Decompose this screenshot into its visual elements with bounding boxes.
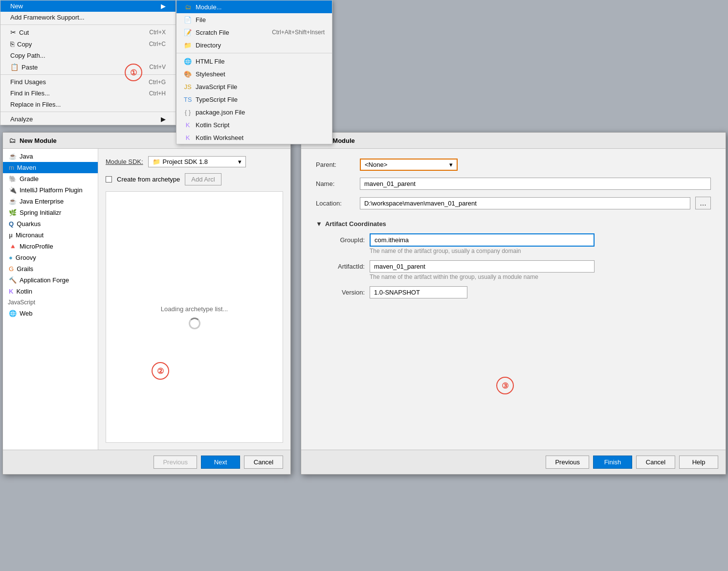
list-item-enterprise[interactable]: ☕ Java Enterprise [3, 196, 98, 207]
submenu-stylesheet[interactable]: 🎨 Stylesheet [176, 68, 332, 80]
location-input[interactable] [360, 197, 690, 209]
list-item-quarkus[interactable]: Q Quarkus [3, 218, 98, 229]
list-item-microprofile-label: MicroProfile [20, 243, 53, 250]
list-item-java-label: Java [20, 153, 33, 160]
module-type-list: ☕ Java m Maven 🐘 Gradle 🔌 IntelliJ Platf… [3, 149, 98, 450]
cut-shortcut: Ctrl+X [149, 29, 166, 36]
list-item-kotlin-label: Kotlin [16, 288, 32, 295]
quarkus-icon: Q [9, 220, 14, 228]
dialog-left-main: Module SDK: 📁 Project SDK 1.8 ▾ Create f… [98, 149, 290, 450]
artifact-collapse-icon: ▼ [316, 220, 322, 228]
enterprise-icon: ☕ [9, 198, 17, 205]
submenu-html[interactable]: 🌐 HTML File [176, 55, 332, 68]
list-item-web-label: Web [20, 310, 33, 317]
archetype-row: Create from archetype Add Arcl [106, 173, 283, 185]
location-browse-button[interactable]: … [695, 197, 711, 209]
html-icon: 🌐 [184, 57, 192, 65]
sdk-row: Module SDK: 📁 Project SDK 1.8 ▾ [106, 156, 283, 167]
dialog-right-footer: Previous Finish Cancel Help [301, 450, 726, 474]
location-row: Location: … [316, 197, 711, 209]
list-item-gradle-label: Gradle [20, 175, 39, 183]
submenu-scratch[interactable]: 📝 Scratch File Ctrl+Alt+Shift+Insert [176, 26, 332, 39]
submenu-html-label: HTML File [196, 58, 224, 65]
menu-item-paste[interactable]: 📋 Paste Ctrl+V [0, 61, 176, 73]
list-item-groovy[interactable]: ● Groovy [3, 252, 98, 263]
sdk-dropdown[interactable]: 📁 Project SDK 1.8 ▾ [148, 156, 246, 167]
submenu-directory[interactable]: 📁 Directory [176, 39, 332, 51]
context-menu-main: New ▶ Add Framework Support... ✂ Cut Ctr… [0, 0, 176, 125]
left-next-button[interactable]: Next [201, 456, 240, 469]
menu-item-findusages-label: Find Usages [10, 78, 46, 86]
submenu-module[interactable]: 🗂 Module... [176, 0, 332, 13]
menu-item-copypath-label: Copy Path... [10, 52, 45, 59]
name-row: Name: [316, 178, 711, 190]
analyze-arrow: ▶ [161, 115, 166, 123]
add-archetype-button[interactable]: Add Arcl [185, 173, 221, 185]
menu-item-analyze[interactable]: Analyze ▶ [0, 114, 176, 125]
sdk-folder-icon: 📁 [153, 158, 160, 165]
artifact-header[interactable]: ▼ Artifact Coordinates [316, 216, 711, 229]
list-item-microprofile[interactable]: 🔺 MicroProfile [3, 241, 98, 252]
version-input[interactable] [370, 286, 467, 298]
pkg-icon: { } [184, 108, 192, 116]
loading-text: Loading archetype list... [161, 305, 228, 313]
artifact-body: GroupId: The name of the artifact group,… [316, 229, 711, 298]
archetype-checkbox[interactable] [106, 176, 112, 183]
menu-item-findusages[interactable]: Find Usages Ctrl+G [0, 76, 176, 88]
menu-item-copy-label: Copy [17, 41, 32, 48]
menu-item-replace[interactable]: Replace in Files... [0, 99, 176, 110]
findusages-shortcut: Ctrl+G [149, 79, 166, 86]
submenu-kotlin-worksheet[interactable]: K Kotlin Worksheet [176, 131, 332, 144]
artifactid-input[interactable] [370, 260, 595, 273]
list-item-maven[interactable]: m Maven [3, 162, 98, 173]
submenu-module-label: Module... [196, 3, 221, 11]
group-label-javascript: JavaScript [3, 297, 98, 308]
dialog-left-icon: 🗂 [9, 137, 16, 144]
list-item-micronaut[interactable]: μ Micronaut [3, 229, 98, 241]
submenu-js[interactable]: JS JavaScript File [176, 80, 332, 93]
menu-item-copy[interactable]: ⎘ Copy Ctrl+C [0, 38, 176, 50]
menu-item-cut[interactable]: ✂ Cut Ctrl+X [0, 26, 176, 38]
left-cancel-button[interactable]: Cancel [244, 456, 283, 469]
list-item-gradle[interactable]: 🐘 Gradle [3, 173, 98, 184]
list-item-java[interactable]: ☕ Java [3, 151, 98, 162]
list-item-spring[interactable]: 🌿 Spring Initializr [3, 207, 98, 218]
menu-item-copypath[interactable]: Copy Path... [0, 50, 176, 61]
dialog-right: 🗂 New Module Parent: <None> ▾ Name: Loca… [301, 132, 726, 475]
dialog-left-title: New Module [20, 137, 57, 144]
parent-dropdown[interactable]: <None> ▾ [360, 159, 458, 171]
list-item-web[interactable]: 🌐 Web [3, 308, 98, 319]
list-item-appforge[interactable]: 🔨 Application Forge [3, 274, 98, 286]
right-previous-button[interactable]: Previous [546, 456, 589, 469]
menu-item-findinfiles[interactable]: Find in Files... Ctrl+H [0, 88, 176, 99]
groupid-field: GroupId: The name of the artifact group,… [321, 233, 711, 254]
list-item-quarkus-label: Quarkus [17, 220, 41, 228]
new-submenu: 🗂 Module... 📄 File 📝 Scratch File Ctrl+A… [176, 0, 332, 144]
list-item-enterprise-label: Java Enterprise [20, 198, 64, 205]
right-cancel-button[interactable]: Cancel [636, 456, 675, 469]
submenu-kotlin-script[interactable]: K Kotlin Script [176, 118, 332, 131]
submenu-ts[interactable]: TS TypeScript File [176, 93, 332, 106]
list-item-kotlin[interactable]: K Kotlin [3, 286, 98, 297]
intellij-icon: 🔌 [9, 186, 17, 194]
submenu-pkg[interactable]: { } package.json File [176, 106, 332, 118]
submenu-directory-label: Directory [196, 42, 221, 49]
left-previous-button[interactable]: Previous [154, 456, 197, 469]
right-finish-button[interactable]: Finish [593, 456, 632, 469]
groupid-row: GroupId: [321, 233, 711, 247]
list-item-intellij-label: IntelliJ Platform Plugin [20, 186, 83, 194]
list-item-intellij[interactable]: 🔌 IntelliJ Platform Plugin [3, 184, 98, 196]
submenu-file[interactable]: 📄 File [176, 13, 332, 26]
right-help-button[interactable]: Help [679, 456, 718, 469]
menu-item-new[interactable]: New ▶ [0, 0, 176, 12]
artifactid-label: ArtifactId: [321, 263, 365, 270]
parent-value: <None> [365, 161, 387, 168]
list-item-grails[interactable]: G Grails [3, 263, 98, 274]
menu-item-framework-label: Add Framework Support... [10, 14, 85, 21]
menu-item-framework[interactable]: Add Framework Support... [0, 12, 176, 23]
groupid-input[interactable] [370, 233, 595, 247]
file-icon: 📄 [184, 16, 192, 23]
css-icon: 🎨 [184, 70, 192, 78]
copy-shortcut: Ctrl+C [149, 41, 166, 47]
name-input[interactable] [360, 178, 711, 190]
